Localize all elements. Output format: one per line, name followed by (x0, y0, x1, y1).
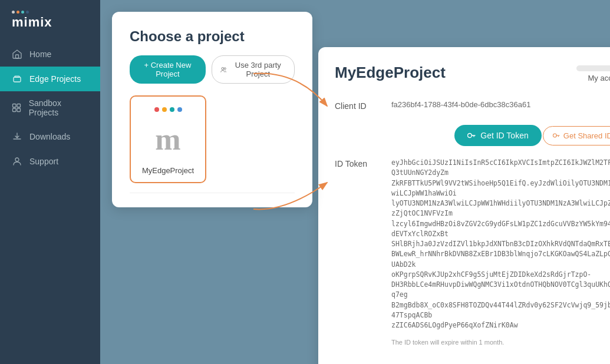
use-3rd-party-label: Use 3rd party Project (230, 61, 286, 78)
svg-rect-4 (17, 104, 21, 108)
svg-rect-6 (17, 108, 21, 112)
layers-icon (12, 74, 22, 84)
id-token-label: ID Token (335, 158, 382, 168)
home-icon (12, 49, 22, 59)
get-id-token-label: Get ID Token (480, 131, 528, 140)
sidebar-item-support[interactable]: Support (0, 149, 100, 174)
sidebar-item-downloads[interactable]: Downloads (0, 124, 100, 149)
project-tile-name: MyEdgeProject (142, 166, 194, 175)
project-buttons: + Create New Project Use 3rd party Proje… (130, 55, 295, 84)
svg-rect-5 (13, 108, 17, 112)
key-icon (467, 133, 476, 138)
project-tile-myedge[interactable]: m MyEdgeProject (130, 95, 206, 183)
account-area: My account R (576, 64, 610, 84)
svg-rect-2 (15, 76, 19, 77)
logo-dot-4 (26, 11, 29, 14)
sidebar-item-edge-label: Edge Projects (29, 74, 81, 84)
client-id-row: Client ID fa236bf4-1788-43f4-b0de-6dbc38… (335, 100, 610, 113)
project-logo-m: m (155, 124, 180, 155)
use-3rd-party-button[interactable]: Use 3rd party Project (212, 55, 295, 84)
id-token-value: eyJhbGciOiJSUzI1NiIsInR5cCI6IkpXVCIsImtp… (391, 158, 610, 330)
logo-dot-1 (12, 11, 15, 14)
choose-project-card: Choose a project + Create New Project Us… (112, 12, 312, 207)
grid-icon (12, 102, 22, 113)
main-area: Choose a project + Create New Project Us… (100, 0, 610, 364)
id-token-row: ID Token eyJhbGciOiJSUzI1NiIsInR5cCI6Ikp… (335, 158, 610, 346)
get-id-token-row: Get ID Token Get Shared ID Token (335, 125, 610, 146)
logo-dot-3 (21, 11, 24, 14)
project-panel-title: MyEdgeProject (335, 64, 446, 82)
logo-area: mimix (0, 0, 100, 42)
dot-yellow (162, 107, 167, 112)
person-group-icon (220, 65, 227, 74)
sidebar-item-sandbox[interactable]: Sandbox Projects (0, 91, 100, 124)
sidebar: mimix Home Edge Projects (0, 0, 100, 364)
logo-dot-2 (17, 11, 19, 14)
key-shared-icon (553, 133, 560, 138)
account-label: My account (588, 74, 610, 82)
logo-dots (12, 11, 88, 14)
my-account-text: My account (588, 74, 610, 82)
card-separator (130, 193, 295, 193)
svg-rect-1 (14, 77, 21, 82)
project-panel: MyEdgeProject My account R Client ID fa2… (318, 47, 610, 364)
svg-point-8 (222, 68, 224, 70)
project-tile-logo: m (147, 119, 189, 160)
client-id-label: Client ID (335, 100, 382, 111)
account-bar (576, 65, 610, 71)
dot-red (154, 107, 159, 112)
person-icon (12, 156, 22, 167)
sidebar-item-sandbox-label: Sandbox Projects (29, 98, 88, 117)
get-shared-id-token-label: Get Shared ID Token (563, 131, 610, 140)
get-id-token-button[interactable]: Get ID Token (454, 125, 541, 146)
project-tile-dots (154, 107, 182, 112)
sidebar-item-support-label: Support (29, 157, 58, 166)
sidebar-item-edge-projects[interactable]: Edge Projects (0, 67, 100, 91)
svg-point-7 (15, 158, 19, 161)
dot-blue (177, 107, 182, 112)
create-new-project-button[interactable]: + Create New Project (130, 55, 206, 84)
svg-rect-3 (13, 104, 17, 108)
choose-project-title: Choose a project (130, 28, 295, 45)
svg-point-9 (224, 68, 226, 70)
dot-teal (170, 107, 174, 112)
get-shared-id-token-button[interactable]: Get Shared ID Token (543, 126, 610, 145)
svg-rect-0 (16, 55, 19, 58)
id-token-section: eyJhbGciOiJSUzI1NiIsInR5cCI6IkpXVCIsImtp… (391, 158, 610, 346)
id-token-expiry: The ID token will expire within 1 month. (391, 339, 610, 346)
logo-text: mimix (12, 15, 88, 30)
client-id-value: fa236bf4-1788-43f4-b0de-6dbc38c36a61 (391, 100, 610, 109)
sidebar-item-home[interactable]: Home (0, 42, 100, 67)
project-panel-header: MyEdgeProject My account R (335, 64, 610, 84)
download-icon (12, 131, 22, 142)
sidebar-item-home-label: Home (29, 49, 51, 59)
sidebar-item-downloads-label: Downloads (29, 132, 70, 141)
